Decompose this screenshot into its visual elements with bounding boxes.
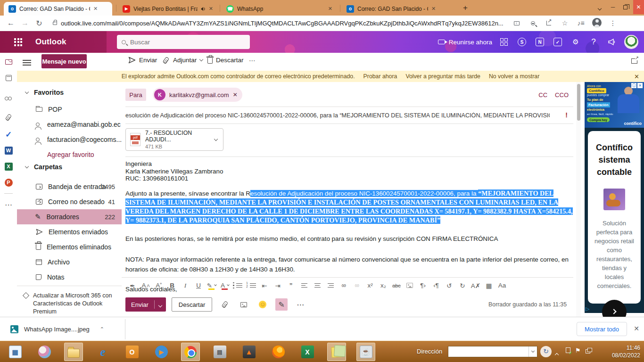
folder-sent[interactable]: Elementos enviados — [17, 224, 122, 239]
attachment-menu-chevron-icon[interactable] — [214, 137, 218, 140]
taskbar-shredder-icon[interactable]: ▲ — [239, 343, 258, 361]
taskbar-paint-icon[interactable] — [35, 343, 54, 361]
decrease-indent-icon[interactable]: ⇤ — [258, 280, 271, 292]
subscript-icon[interactable]: x₂ — [377, 280, 389, 292]
discard-button[interactable]: Descartar — [172, 297, 212, 312]
window-minimize-button[interactable]: ─ — [606, 0, 619, 14]
taskbar-firefox-icon[interactable] — [269, 343, 288, 361]
attachments-module-icon[interactable] — [0, 109, 17, 125]
tab-close-icon[interactable]: ✕ — [431, 6, 436, 12]
attach-button[interactable]: Adjuntar — [164, 57, 203, 64]
lock-icon[interactable] — [53, 22, 57, 25]
subject-field[interactable]: esolución de Adjudicación del proceso NI… — [125, 112, 550, 119]
window-restore-button[interactable] — [619, 0, 632, 14]
strikethrough-icon[interactable]: abc — [390, 280, 403, 292]
new-tab-button[interactable]: + — [460, 3, 471, 13]
ad-info-icon[interactable]: ⓘ — [631, 83, 636, 88]
network-icon[interactable] — [586, 348, 592, 354]
account-avatar[interactable] — [624, 35, 638, 49]
tab-close-icon[interactable]: ✕ — [209, 6, 213, 12]
taskbar-file-explorer-icon[interactable] — [64, 343, 83, 361]
new-message-button[interactable]: Mensaje nuevo — [41, 54, 87, 68]
underline-icon[interactable]: U — [192, 280, 205, 292]
redo-icon[interactable]: ↻ — [456, 280, 469, 292]
install-app-icon[interactable] — [509, 19, 525, 27]
folder-inbox[interactable]: Bandeja de entrada 1495 — [17, 179, 122, 194]
todo-icon[interactable]: ✓ — [549, 31, 567, 53]
align-left-icon[interactable] — [298, 280, 310, 292]
draw-pen-icon[interactable]: ✎ — [275, 298, 288, 311]
download-item[interactable]: WhatsApp Image....jpeg ⌃ — [6, 321, 109, 337]
banner-close-icon[interactable]: ✕ — [634, 73, 639, 80]
share-icon[interactable] — [541, 19, 557, 27]
taskbar-media-player-icon[interactable]: ▶ — [152, 343, 171, 361]
powerpoint-icon[interactable]: P — [0, 174, 17, 190]
todo-module-icon[interactable]: ✓ — [0, 126, 17, 142]
onenote-icon[interactable]: N — [531, 31, 549, 53]
skype-icon[interactable]: S — [513, 31, 531, 53]
font-name-icon[interactable]: AA — [140, 280, 152, 292]
download-item-chevron-icon[interactable]: ⌃ — [100, 326, 104, 332]
undo-icon[interactable]: ↺ — [443, 280, 455, 292]
hamburger-menu-icon[interactable] — [23, 58, 31, 67]
profile-avatar[interactable] — [589, 18, 605, 29]
adchoices-icon[interactable]: ▷ — [586, 306, 589, 312]
ad-close-icon[interactable]: ✕ — [637, 83, 643, 88]
more-commands-icon[interactable]: ⋯ — [249, 57, 256, 64]
emoji-icon[interactable]: ☺ — [256, 298, 269, 311]
mail-module-icon[interactable] — [0, 54, 17, 70]
action-center-flag-icon[interactable]: ⚑ — [575, 347, 581, 354]
align-center-icon[interactable] — [311, 280, 323, 292]
meet-now-button[interactable]: Reunirse ahora — [438, 39, 492, 46]
add-favorite-link[interactable]: Agregar favorito — [17, 147, 122, 162]
banner-never-link[interactable]: No volver a mostrar — [489, 73, 539, 80]
tab-close-icon[interactable]: ✕ — [93, 6, 98, 12]
insert-pictures-icon[interactable] — [238, 298, 250, 311]
taskbar-chrome-icon[interactable] — [181, 343, 200, 361]
bold-icon[interactable]: B — [166, 280, 178, 292]
discard-button-top[interactable]: Descartar — [207, 57, 244, 64]
download-bar-close-icon[interactable]: ✕ — [634, 325, 639, 332]
rtl-paragraph-icon[interactable]: ‹¶ — [430, 280, 442, 292]
calendar-module-icon[interactable] — [0, 70, 17, 86]
taskbar-java-icon[interactable]: ☕ — [356, 343, 375, 361]
font-color-icon[interactable]: A — [219, 280, 231, 292]
browser-menu-icon[interactable]: ⋮ — [605, 19, 621, 27]
font-size-icon[interactable]: A˚ — [153, 280, 165, 292]
sidebar-item-pop[interactable]: POP — [17, 102, 122, 117]
increase-indent-icon[interactable]: ⇥ — [272, 280, 284, 292]
attach-file-icon[interactable] — [219, 298, 231, 311]
tab-search-chevron-icon[interactable] — [593, 2, 606, 16]
reload-button[interactable]: ↻ — [32, 19, 46, 28]
search-input[interactable] — [130, 39, 234, 46]
bcc-button[interactable]: CCO — [555, 91, 569, 99]
ltr-paragraph-icon[interactable]: ¶› — [417, 280, 429, 292]
favorites-header[interactable]: Favoritos — [25, 89, 64, 96]
help-icon[interactable]: ? — [585, 31, 603, 53]
ad-card[interactable]: Contífico sistema contable Solución perf… — [588, 131, 641, 304]
compose-scrollbar[interactable] — [576, 82, 581, 317]
tab-whatsapp[interactable]: ☎ WhatsApp ✕ — [222, 2, 337, 16]
cc-button[interactable]: CC — [538, 91, 547, 99]
insert-image-icon[interactable] — [404, 280, 416, 292]
folder-junk[interactable]: Correo no deseado 41 — [17, 194, 122, 209]
usb-device-icon[interactable] — [565, 347, 570, 354]
address-toolbar-input[interactable] — [448, 346, 537, 357]
italic-icon[interactable]: I — [179, 280, 191, 292]
search-bar[interactable] — [117, 35, 250, 49]
scrollbar-thumb[interactable] — [577, 84, 580, 121]
attachment-card[interactable]: 7.- RESOLUCION ADJUDI... 471 KB — [125, 128, 223, 151]
send-button[interactable]: Enviar — [125, 297, 166, 312]
clear-formatting-icon[interactable]: A✗ — [470, 280, 482, 292]
folder-deleted[interactable]: Elementos eliminados — [17, 239, 122, 255]
word-icon[interactable]: W — [0, 142, 17, 158]
remove-link-icon[interactable]: ∞ — [351, 280, 363, 292]
send-options-chevron-icon[interactable] — [158, 303, 162, 307]
outlook-logo[interactable]: Outlook — [35, 37, 66, 47]
zoom-out-icon[interactable] — [525, 19, 541, 27]
open-in-new-window-icon[interactable] — [631, 58, 637, 64]
message-body[interactable]: Ingeniera Karla Katherine Villegas Zambr… — [125, 160, 574, 293]
sidebar-item-eameza[interactable]: eameza@manabi.gob.ec — [17, 117, 122, 132]
url-text[interactable]: outlook.live.com/mail/0/compose/AQMkADAw… — [61, 20, 509, 27]
change-case-icon[interactable]: Aa — [496, 280, 508, 292]
